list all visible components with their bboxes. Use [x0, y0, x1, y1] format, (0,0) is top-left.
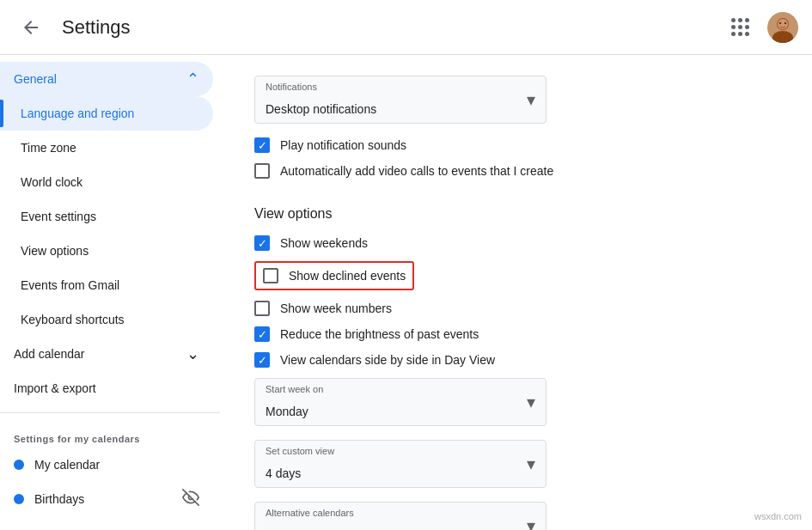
view-options-section: View options ✓ Show weekends Show declin…	[254, 206, 778, 530]
topbar: Settings	[0, 0, 812, 55]
reduce-brightness-row: ✓ Reduce the brightness of past events	[254, 326, 778, 342]
custom-view-dropdown[interactable]: Set custom view 4 days ▾	[254, 440, 546, 488]
sidebar-label-eventsgmail: Events from Gmail	[21, 278, 119, 292]
content-area: Notifications Desktop notifications ▾ ✓ …	[220, 55, 812, 530]
sidebar-item-events-from-gmail[interactable]: Events from Gmail	[0, 268, 213, 302]
show-week-numbers-checkbox[interactable]	[254, 301, 270, 316]
sidebar-label-language: Language and region	[21, 107, 134, 120]
show-weekends-label: Show weekends	[280, 236, 368, 250]
show-weekends-row: ✓ Show weekends	[254, 235, 778, 251]
sidebar-item-general-label: General	[14, 72, 57, 86]
sidebar-label-keyboardshortcuts: Keyboard shortcuts	[21, 313, 125, 326]
sidebar-label-eventsettings: Event settings	[21, 210, 96, 223]
show-week-numbers-label: Show week numbers	[280, 302, 392, 315]
auto-video-calls-checkbox[interactable]	[254, 163, 270, 179]
reduce-brightness-checkbox[interactable]: ✓	[254, 326, 270, 342]
sidebar-label-addcalendar: Add calendar	[14, 347, 85, 361]
checkmark-icon: ✓	[258, 238, 267, 249]
sidebar-item-world-clock[interactable]: World clock	[0, 165, 213, 199]
dot	[738, 18, 742, 22]
sidebar-item-time-zone[interactable]: Time zone	[0, 131, 213, 165]
sidebar-item-birthdays[interactable]: Birthdays	[0, 482, 213, 516]
auto-video-calls-row: Automatically add video calls to events …	[254, 163, 778, 179]
sidebar: General ⌃ Language and region Time zone …	[0, 55, 220, 530]
main-layout: General ⌃ Language and region Time zone …	[0, 55, 812, 530]
auto-video-calls-label: Automatically add video calls to events …	[280, 164, 553, 178]
notifications-label: Notifications	[266, 82, 317, 92]
view-calendars-label: View calendars side by side in Day View	[280, 353, 495, 367]
view-calendars-row: ✓ View calendars side by side in Day Vie…	[254, 352, 778, 368]
custom-view-arrow-icon: ▾	[527, 454, 535, 474]
notifications-value: Desktop notifications	[266, 102, 376, 116]
show-declined-checkbox[interactable]	[263, 268, 278, 283]
notifications-dropdown[interactable]: Notifications Desktop notifications ▾	[254, 76, 546, 124]
start-week-arrow-icon: ▾	[527, 392, 535, 412]
sidebar-item-language-and-region[interactable]: Language and region	[0, 96, 213, 131]
topbar-right	[723, 10, 798, 45]
sidebar-item-add-calendar[interactable]: Add calendar ⌄	[0, 337, 213, 371]
reduce-brightness-label: Reduce the brightness of past events	[280, 327, 479, 341]
show-declined-label: Show declined events	[289, 269, 406, 283]
page-title: Settings	[62, 16, 131, 39]
svg-point-5	[785, 21, 786, 23]
sidebar-divider	[0, 412, 220, 413]
start-week-label: Start week on	[266, 384, 323, 394]
sidebar-label-worldclock: World clock	[21, 175, 82, 189]
dot	[731, 18, 736, 22]
chevron-up-icon: ⌃	[186, 70, 199, 88]
sidebar-item-keyboard-shortcuts[interactable]: Keyboard shortcuts	[0, 302, 213, 337]
birthdays-dot	[14, 494, 24, 504]
show-week-numbers-row: Show week numbers	[254, 301, 778, 316]
view-options-title: View options	[254, 206, 778, 222]
sidebar-item-my-calendar[interactable]: My calendar	[0, 448, 213, 482]
custom-view-label: Set custom view	[266, 446, 334, 456]
dropdown-arrow-icon: ▾	[527, 89, 535, 110]
alt-calendars-arrow-icon: ▾	[527, 515, 535, 530]
sidebar-item-view-options[interactable]: View options	[0, 234, 213, 268]
active-indicator	[0, 100, 3, 127]
show-weekends-checkbox[interactable]: ✓	[254, 235, 270, 251]
chevron-down-icon: ⌄	[186, 344, 199, 363]
dot	[738, 25, 742, 29]
dot	[745, 18, 749, 22]
dot	[745, 32, 749, 36]
sidebar-label-mycalendar: My calendar	[34, 458, 100, 472]
dot	[738, 32, 742, 36]
checkmark-icon: ✓	[258, 355, 267, 366]
custom-view-value: 4 days	[266, 466, 301, 480]
play-notification-label: Play notification sounds	[280, 138, 406, 152]
my-calendar-dot	[14, 460, 24, 470]
dot	[745, 25, 749, 29]
sidebar-label-birthdays: Birthdays	[34, 492, 84, 506]
sidebar-item-general[interactable]: General ⌃	[0, 62, 213, 96]
play-notification-checkbox[interactable]: ✓	[254, 137, 270, 153]
sidebar-item-event-settings[interactable]: Event settings	[0, 199, 213, 234]
topbar-left: Settings	[14, 10, 723, 45]
avatar[interactable]	[767, 12, 798, 43]
alt-calendars-label: Alternative calendars	[266, 508, 354, 518]
view-calendars-checkbox[interactable]: ✓	[254, 352, 270, 368]
checkmark-icon: ✓	[258, 140, 267, 151]
sidebar-label-viewoptions: View options	[21, 244, 89, 258]
my-calendars-section-label: Settings for my calendars	[0, 420, 220, 448]
sidebar-item-import-export[interactable]: Import & export	[0, 371, 213, 405]
show-declined-highlight-row: Show declined events	[254, 261, 414, 290]
dot	[731, 32, 736, 36]
svg-point-4	[779, 21, 781, 23]
sidebar-label-timezone: Time zone	[21, 141, 76, 155]
notifications-section: Notifications Desktop notifications ▾ ✓ …	[254, 76, 778, 179]
play-notification-row: ✓ Play notification sounds	[254, 137, 778, 153]
dot	[731, 25, 736, 29]
back-button[interactable]	[14, 10, 48, 45]
watermark: wsxdn.com	[751, 509, 805, 523]
alt-calendars-dropdown[interactable]: Alternative calendars None ▾	[254, 502, 546, 530]
start-week-dropdown[interactable]: Start week on Monday ▾	[254, 378, 546, 426]
checkmark-icon: ✓	[258, 329, 267, 340]
start-week-value: Monday	[266, 405, 308, 418]
apps-icon[interactable]	[723, 10, 757, 45]
sidebar-label-importexport: Import & export	[14, 381, 96, 395]
eye-off-icon	[182, 489, 199, 509]
grid-dots	[731, 18, 749, 36]
avatar-image	[767, 12, 798, 43]
